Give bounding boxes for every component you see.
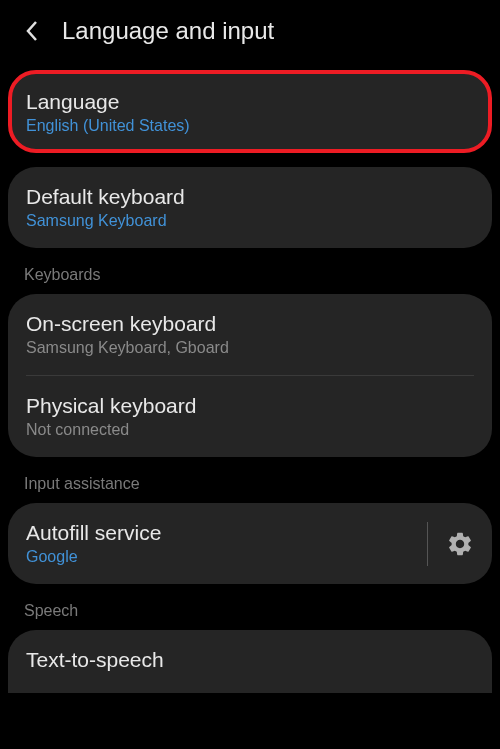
default-keyboard-item[interactable]: Default keyboard Samsung Keyboard (8, 167, 492, 248)
tts-item[interactable]: Text-to-speech (8, 630, 492, 693)
back-button[interactable] (14, 13, 50, 49)
page-title: Language and input (62, 17, 274, 45)
onscreen-keyboard-item[interactable]: On-screen keyboard Samsung Keyboard, Gbo… (8, 294, 492, 375)
autofill-settings-button[interactable] (427, 522, 474, 566)
physical-keyboard-title: Physical keyboard (26, 394, 474, 418)
settings-content: Language English (United States) Default… (0, 70, 500, 693)
tts-title: Text-to-speech (26, 648, 474, 672)
autofill-item[interactable]: Autofill service Google (8, 503, 492, 584)
autofill-content: Autofill service Google (26, 521, 427, 566)
default-keyboard-card: Default keyboard Samsung Keyboard (8, 167, 492, 248)
keyboards-section-label: Keyboards (0, 262, 500, 294)
language-title: Language (26, 90, 474, 114)
default-keyboard-subtitle: Samsung Keyboard (26, 212, 474, 230)
language-item[interactable]: Language English (United States) (12, 74, 488, 149)
speech-section-label: Speech (0, 598, 500, 630)
language-subtitle: English (United States) (26, 117, 474, 135)
onscreen-keyboard-title: On-screen keyboard (26, 312, 474, 336)
header-bar: Language and input (0, 0, 500, 62)
gear-icon (446, 530, 474, 558)
language-card: Language English (United States) (8, 70, 492, 153)
autofill-subtitle: Google (26, 548, 427, 566)
speech-card: Text-to-speech (8, 630, 492, 693)
keyboards-card: On-screen keyboard Samsung Keyboard, Gbo… (8, 294, 492, 457)
input-assistance-section-label: Input assistance (0, 471, 500, 503)
input-assistance-card: Autofill service Google (8, 503, 492, 584)
chevron-left-icon (25, 20, 39, 42)
autofill-title: Autofill service (26, 521, 427, 545)
physical-keyboard-subtitle: Not connected (26, 421, 474, 439)
physical-keyboard-item[interactable]: Physical keyboard Not connected (8, 376, 492, 457)
onscreen-keyboard-subtitle: Samsung Keyboard, Gboard (26, 339, 474, 357)
default-keyboard-title: Default keyboard (26, 185, 474, 209)
